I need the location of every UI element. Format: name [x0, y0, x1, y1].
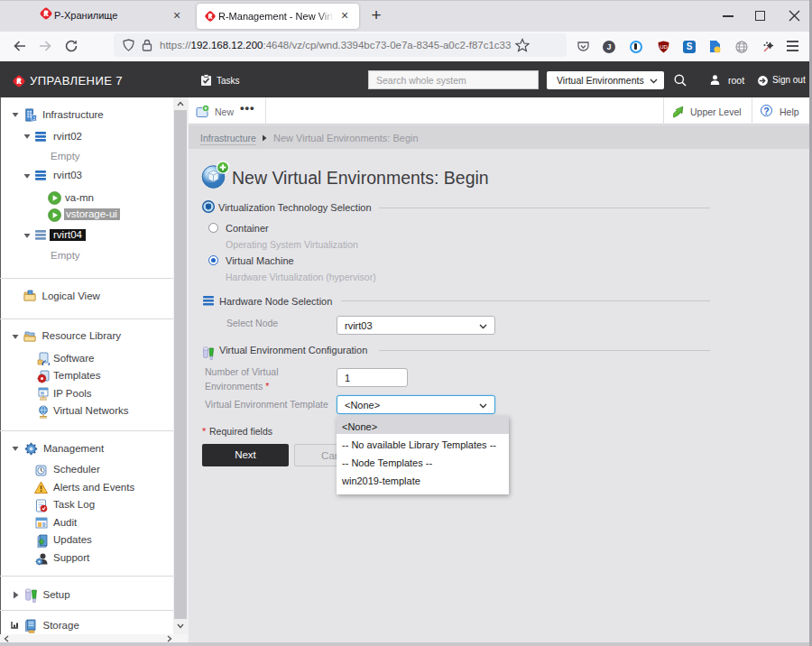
svg-text:UD: UD [660, 44, 668, 50]
